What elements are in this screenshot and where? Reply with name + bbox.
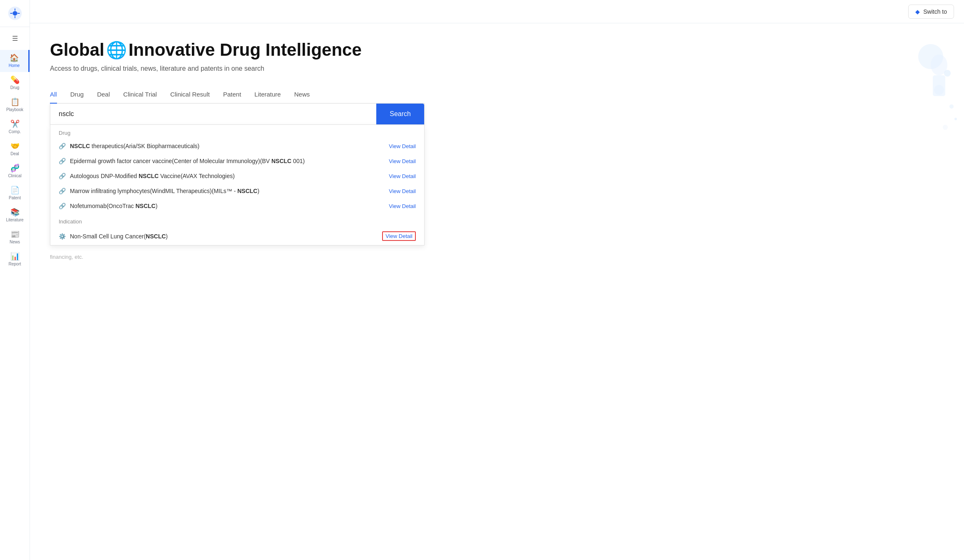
hero-subtitle: Access to drugs, clinical trials, news, … bbox=[50, 65, 944, 72]
hero-section: Global 🌐 Innovative Drug Intelligence Ac… bbox=[50, 40, 944, 72]
svg-rect-6 bbox=[933, 75, 945, 96]
report-icon: 📊 bbox=[10, 253, 20, 260]
clinical-icon: 🧬 bbox=[10, 164, 20, 172]
comp-icon: ✂️ bbox=[10, 120, 20, 128]
view-detail-link[interactable]: View Detail bbox=[389, 203, 416, 209]
sidebar-item-news[interactable]: 📰 News bbox=[0, 226, 30, 248]
tab-clinical-trial[interactable]: Clinical Trial bbox=[123, 87, 157, 104]
view-detail-link[interactable]: View Detail bbox=[389, 158, 416, 164]
svg-point-8 bbox=[954, 118, 957, 120]
search-section: All Drug Deal Clinical Trial Clinical Re… bbox=[50, 87, 425, 245]
indication-item-icon: ⚙️ bbox=[59, 233, 66, 240]
drug-item-icon: 🔗 bbox=[59, 173, 66, 179]
dropdown-item-text: Marrow infiltrating lymphocytes(WindMIL … bbox=[70, 188, 259, 194]
svg-point-4 bbox=[934, 85, 944, 95]
dropdown-item-content: ⚙️ Non-Small Cell Lung Cancer(NSCLC) bbox=[59, 233, 168, 240]
view-detail-link[interactable]: View Detail bbox=[389, 188, 416, 194]
tab-deal[interactable]: Deal bbox=[97, 87, 110, 104]
patent-icon: 📄 bbox=[10, 186, 20, 194]
main-content: ◆ Switch to Global bbox=[30, 0, 964, 560]
hero-title-part1: Global bbox=[50, 40, 104, 60]
drug-item-icon: 🔗 bbox=[59, 143, 66, 149]
svg-point-3 bbox=[944, 70, 951, 77]
dropdown-item-content: 🔗 Marrow infiltrating lymphocytes(WindMI… bbox=[59, 188, 259, 194]
svg-point-1 bbox=[12, 11, 17, 16]
dropdown-item-content: 🔗 Nofetumomab(OncoTrac NSCLC) bbox=[59, 203, 157, 209]
sidebar-item-playbook-label: Playbook bbox=[6, 107, 23, 112]
list-item[interactable]: ⚙️ Non-Small Cell Lung Cancer(NSCLC) Vie… bbox=[50, 227, 424, 245]
dropdown-item-content: 🔗 NSCLC therapeutics(Aria/SK Biopharmace… bbox=[59, 143, 199, 149]
svg-point-7 bbox=[949, 104, 954, 109]
sidebar-item-literature[interactable]: 📚 Literature bbox=[0, 204, 30, 226]
sidebar-item-patent-label: Patent bbox=[9, 196, 21, 200]
search-tabs: All Drug Deal Clinical Trial Clinical Re… bbox=[50, 87, 425, 104]
drug-item-icon: 🔗 bbox=[59, 188, 66, 194]
menu-toggle[interactable]: ☰ bbox=[0, 30, 30, 47]
news-icon: 📰 bbox=[10, 230, 20, 238]
dropdown-item-text: Nofetumomab(OncoTrac NSCLC) bbox=[70, 203, 157, 209]
view-detail-link[interactable]: View Detail bbox=[389, 173, 416, 179]
sidebar-item-deal[interactable]: 🤝 Deal bbox=[0, 138, 30, 160]
tab-literature[interactable]: Literature bbox=[254, 87, 281, 104]
dropdown-item-content: 🔗 Autologous DNP-Modified NSCLC Vaccine(… bbox=[59, 173, 235, 179]
sidebar-item-home[interactable]: 🏠 Home bbox=[0, 50, 30, 72]
dropdown-item-text: NSCLC therapeutics(Aria/SK Biopharmaceut… bbox=[70, 143, 199, 149]
hero-title: Global 🌐 Innovative Drug Intelligence bbox=[50, 40, 944, 60]
deal-icon: 🤝 bbox=[10, 142, 20, 150]
view-detail-link[interactable]: View Detail bbox=[389, 143, 416, 149]
search-dropdown: Drug 🔗 NSCLC therapeutics(Aria/SK Biopha… bbox=[50, 125, 425, 245]
sidebar-item-news-label: News bbox=[10, 240, 20, 244]
drug-item-icon: 🔗 bbox=[59, 203, 66, 209]
bottom-content-hint: financing, etc. bbox=[50, 254, 944, 260]
list-item[interactable]: 🔗 Marrow infiltrating lymphocytes(WindMI… bbox=[50, 183, 424, 198]
dropdown-item-content: 🔗 Epidermal growth factor cancer vaccine… bbox=[59, 158, 305, 164]
sidebar-item-clinical[interactable]: 🧬 Clinical bbox=[0, 160, 30, 182]
literature-icon: 📚 bbox=[10, 208, 20, 216]
sidebar-item-comp[interactable]: ✂️ Comp. bbox=[0, 116, 30, 138]
home-icon: 🏠 bbox=[10, 54, 19, 62]
sidebar-item-clinical-label: Clinical bbox=[8, 173, 21, 178]
sidebar: ☰ 🏠 Home 💊 Drug 📋 Playbook ✂️ Comp. 🤝 De… bbox=[0, 0, 30, 560]
tab-drug[interactable]: Drug bbox=[70, 87, 84, 104]
top-bar: ◆ Switch to bbox=[30, 0, 964, 23]
indication-section-title: Indication bbox=[50, 213, 424, 227]
globe-icon: 🌐 bbox=[106, 40, 127, 60]
svg-point-9 bbox=[943, 125, 948, 130]
search-bar: Search bbox=[50, 104, 425, 125]
search-input[interactable] bbox=[50, 104, 376, 124]
switch-to-button[interactable]: ◆ Switch to bbox=[908, 5, 954, 19]
drug-icon: 💊 bbox=[10, 76, 20, 84]
tab-news[interactable]: News bbox=[294, 87, 310, 104]
tab-all[interactable]: All bbox=[50, 87, 57, 104]
sidebar-item-drug[interactable]: 💊 Drug bbox=[0, 72, 30, 94]
app-logo bbox=[0, 0, 30, 27]
drug-item-icon: 🔗 bbox=[59, 158, 66, 164]
search-button[interactable]: Search bbox=[376, 104, 424, 124]
list-item[interactable]: 🔗 Autologous DNP-Modified NSCLC Vaccine(… bbox=[50, 168, 424, 183]
switch-to-label: Switch to bbox=[923, 8, 947, 15]
sidebar-item-deal-label: Deal bbox=[10, 151, 19, 156]
drug-section-title: Drug bbox=[50, 125, 424, 139]
sidebar-item-comp-label: Comp. bbox=[9, 129, 21, 134]
sidebar-item-playbook[interactable]: 📋 Playbook bbox=[0, 94, 30, 116]
sidebar-item-home-label: Home bbox=[9, 63, 20, 68]
list-item[interactable]: 🔗 Nofetumomab(OncoTrac NSCLC) View Detai… bbox=[50, 198, 424, 213]
sidebar-item-report[interactable]: 📊 Report bbox=[0, 248, 30, 270]
dropdown-item-text: Non-Small Cell Lung Cancer(NSCLC) bbox=[70, 233, 168, 240]
playbook-icon: 📋 bbox=[10, 98, 20, 106]
diamond-icon: ◆ bbox=[915, 8, 920, 15]
list-item[interactable]: 🔗 Epidermal growth factor cancer vaccine… bbox=[50, 154, 424, 168]
hero-title-part2: Innovative Drug Intelligence bbox=[129, 40, 362, 60]
dropdown-item-text: Epidermal growth factor cancer vaccine(C… bbox=[70, 158, 305, 164]
tab-patent[interactable]: Patent bbox=[223, 87, 241, 104]
sidebar-item-literature-label: Literature bbox=[6, 218, 23, 222]
sidebar-item-patent[interactable]: 📄 Patent bbox=[0, 182, 30, 204]
sidebar-item-report-label: Report bbox=[8, 262, 21, 266]
tab-clinical-result[interactable]: Clinical Result bbox=[170, 87, 210, 104]
page-body: Global 🌐 Innovative Drug Intelligence Ac… bbox=[30, 23, 964, 560]
sidebar-item-drug-label: Drug bbox=[10, 85, 20, 90]
dropdown-item-text: Autologous DNP-Modified NSCLC Vaccine(AV… bbox=[70, 173, 235, 179]
view-detail-link-highlighted[interactable]: View Detail bbox=[382, 231, 416, 241]
list-item[interactable]: 🔗 NSCLC therapeutics(Aria/SK Biopharmace… bbox=[50, 139, 424, 154]
